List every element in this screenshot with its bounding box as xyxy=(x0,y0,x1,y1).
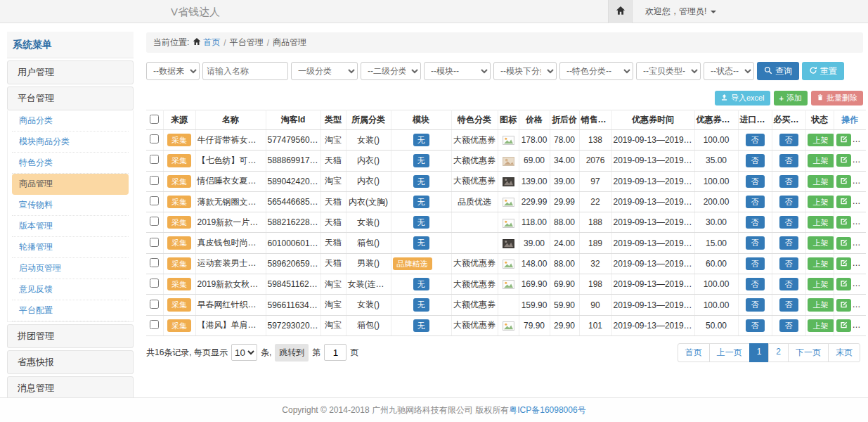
product-type: 天猫 xyxy=(320,212,346,233)
filter-select-4[interactable]: --模块-- xyxy=(424,62,491,80)
must-buy-toggle[interactable]: 否 xyxy=(779,236,798,249)
filter-select-8[interactable]: --状态-- xyxy=(704,62,754,80)
pager-item-1[interactable]: 上一页 xyxy=(709,343,750,362)
sidebar-item-宣传物料[interactable]: 宣传物料 xyxy=(12,195,129,216)
filter-select-3[interactable]: --二级分类-- xyxy=(361,62,421,80)
edit-button[interactable] xyxy=(836,196,851,208)
edit-button[interactable] xyxy=(836,237,851,250)
jump-button[interactable]: 跳转到 xyxy=(275,344,309,362)
sidebar-item-意见反馈[interactable]: 意见反馈 xyxy=(12,279,129,300)
filter-select-6[interactable]: --特色分类-- xyxy=(559,62,633,80)
sidebar-item-平台配置[interactable]: 平台配置 xyxy=(12,300,129,321)
name-search-input[interactable] xyxy=(202,62,288,80)
status-toggle[interactable]: 上架 xyxy=(808,319,834,332)
filter-select-0[interactable]: --数据来源-- xyxy=(146,62,200,80)
status-toggle[interactable]: 上架 xyxy=(808,175,834,188)
status-toggle[interactable]: 上架 xyxy=(808,257,834,270)
row-checkbox[interactable] xyxy=(150,238,159,247)
row-checkbox[interactable] xyxy=(150,279,159,288)
must-buy-toggle[interactable]: 否 xyxy=(779,134,798,146)
reset-button[interactable]: 重置 xyxy=(802,62,844,80)
sidebar-item-模块商品分类[interactable]: 模块商品分类 xyxy=(12,132,129,153)
column-header-9: 折后价 xyxy=(550,110,579,130)
must-buy-toggle[interactable]: 否 xyxy=(779,319,798,332)
status-toggle[interactable]: 上架 xyxy=(808,298,834,311)
row-checkbox[interactable] xyxy=(150,196,159,205)
must-buy-toggle[interactable]: 否 xyxy=(779,278,798,290)
status-toggle[interactable]: 上架 xyxy=(808,134,834,146)
import-select-toggle[interactable]: 否 xyxy=(746,216,765,229)
batch-delete-button[interactable]: 批量删除 xyxy=(811,91,863,106)
status-toggle[interactable]: 上架 xyxy=(808,216,834,229)
import-select-cell: 否 xyxy=(738,233,772,253)
sidebar-group-3[interactable]: 省惠快报 xyxy=(7,350,134,374)
import-select-toggle[interactable]: 否 xyxy=(746,196,765,208)
status-toggle[interactable]: 上架 xyxy=(808,278,834,290)
import-select-toggle[interactable]: 否 xyxy=(746,236,765,249)
import-select-toggle[interactable]: 否 xyxy=(746,154,765,167)
filter-select-2[interactable]: 一级分类 xyxy=(291,62,358,80)
per-page-select[interactable]: 10 xyxy=(231,344,257,361)
sidebar-item-特色分类[interactable]: 特色分类 xyxy=(12,153,129,174)
pager-item-5[interactable]: 末页 xyxy=(828,343,860,362)
status-toggle[interactable]: 上架 xyxy=(808,154,834,167)
add-button[interactable]: + 添加 xyxy=(774,91,808,106)
must-buy-toggle[interactable]: 否 xyxy=(779,154,798,167)
sidebar-item-版本管理[interactable]: 版本管理 xyxy=(12,216,129,237)
edit-button[interactable] xyxy=(836,257,851,270)
row-checkbox[interactable] xyxy=(150,217,159,226)
pager-item-3[interactable]: 2 xyxy=(768,343,789,362)
sidebar-group-4[interactable]: 消息管理 xyxy=(7,376,134,400)
sidebar-group-0[interactable]: 用户管理 xyxy=(7,60,134,84)
select-all-checkbox[interactable] xyxy=(150,115,159,124)
edit-button[interactable] xyxy=(836,154,851,167)
pager-item-2[interactable]: 1 xyxy=(749,343,770,362)
status-toggle[interactable]: 上架 xyxy=(808,236,834,249)
row-checkbox[interactable] xyxy=(150,320,159,329)
pager-item-0[interactable]: 首页 xyxy=(678,343,710,362)
must-buy-toggle[interactable]: 否 xyxy=(779,257,798,270)
filter-select-5[interactable]: --模块下分类-- xyxy=(493,62,557,80)
sidebar-item-商品管理[interactable]: 商品管理 xyxy=(12,174,129,195)
user-menu[interactable]: 欢迎您，管理员! xyxy=(645,6,716,18)
row-select-cell xyxy=(146,151,163,171)
status-toggle[interactable]: 上架 xyxy=(808,196,834,208)
pager: 首页上一页12下一页末页 xyxy=(678,343,860,362)
edit-button[interactable] xyxy=(836,216,851,229)
sidebar-item-商品分类[interactable]: 商品分类 xyxy=(12,110,129,132)
import-excel-button[interactable]: 导入excel xyxy=(715,91,770,106)
icp-link[interactable]: 粤ICP备16098006号 xyxy=(509,404,585,416)
must-buy-toggle[interactable]: 否 xyxy=(779,196,798,208)
import-select-toggle[interactable]: 否 xyxy=(746,175,765,188)
search-button[interactable]: 查询 xyxy=(757,62,799,80)
sidebar-group-2[interactable]: 拼团管理 xyxy=(7,324,134,348)
must-buy-toggle[interactable]: 否 xyxy=(779,175,798,188)
edit-button[interactable] xyxy=(836,319,851,332)
row-checkbox[interactable] xyxy=(150,176,159,185)
source-cell: 采集 xyxy=(163,212,195,233)
import-select-toggle[interactable]: 否 xyxy=(746,134,765,146)
must-buy-toggle[interactable]: 否 xyxy=(779,216,798,229)
filter-select-7[interactable]: --宝贝类型-- xyxy=(636,62,701,80)
pager-item-4[interactable]: 下一页 xyxy=(788,343,829,362)
edit-button[interactable] xyxy=(836,134,851,146)
row-checkbox[interactable] xyxy=(150,134,159,143)
row-checkbox[interactable] xyxy=(150,155,159,164)
home-button[interactable] xyxy=(608,0,633,23)
sidebar-item-启动页管理[interactable]: 启动页管理 xyxy=(12,258,129,279)
product-thumbnail-icon xyxy=(503,238,514,248)
edit-button[interactable] xyxy=(836,278,851,290)
import-select-toggle[interactable]: 否 xyxy=(746,278,765,290)
breadcrumb-home-link[interactable]: 首页 xyxy=(193,37,220,49)
must-buy-toggle[interactable]: 否 xyxy=(779,298,798,311)
edit-button[interactable] xyxy=(836,175,851,188)
import-select-toggle[interactable]: 否 xyxy=(746,319,765,332)
import-select-toggle[interactable]: 否 xyxy=(746,257,765,270)
row-checkbox[interactable] xyxy=(150,300,159,309)
sidebar-group-1[interactable]: 平台管理 xyxy=(7,87,134,110)
sidebar-item-轮播管理[interactable]: 轮播管理 xyxy=(12,237,129,258)
page-jump-input[interactable] xyxy=(324,344,346,361)
row-checkbox[interactable] xyxy=(150,258,159,267)
edit-button[interactable] xyxy=(836,299,851,312)
import-select-toggle[interactable]: 否 xyxy=(746,298,765,311)
